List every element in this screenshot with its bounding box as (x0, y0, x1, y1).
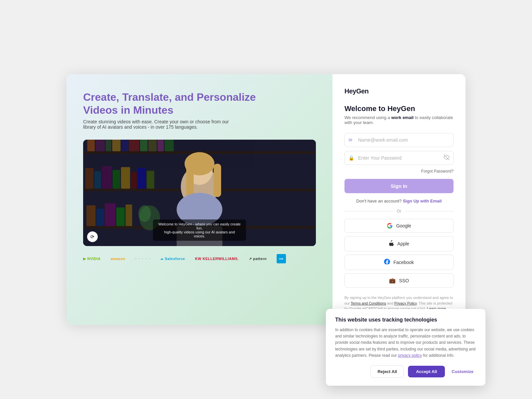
headline: Create, Translate, and Personalize Video… (83, 91, 316, 116)
forgot-password-link[interactable]: Forgot Password? (344, 169, 454, 174)
play-button[interactable]: ⟳ (87, 231, 98, 242)
svg-rect-7 (129, 140, 139, 151)
welcome-title: Welcome to HeyGen (344, 104, 454, 113)
facebook-label: Facebook (393, 260, 414, 265)
svg-rect-17 (121, 167, 130, 189)
email-input[interactable] (344, 133, 454, 147)
privacy-link[interactable]: Privacy Policy (394, 301, 417, 305)
brand-logo: HeyGen (344, 87, 454, 95)
facebook-icon (384, 259, 390, 266)
svg-rect-6 (121, 140, 128, 151)
svg-rect-11 (165, 140, 174, 151)
page-container: Create, Translate, and Personalize Video… (66, 74, 466, 325)
un-logo: UN (277, 254, 286, 263)
svg-rect-18 (131, 172, 137, 189)
svg-rect-13 (85, 168, 93, 189)
sign-in-button[interactable]: Sign In (344, 179, 454, 193)
apple-icon (389, 240, 394, 247)
welcome-subtitle: We recommend using a work email to easil… (344, 115, 454, 125)
cookie-privacy-link[interactable]: privacy policy (398, 353, 422, 358)
sso-icon: 💼 (389, 277, 396, 284)
salesforce-logo: ☁ Salesforce (160, 257, 185, 261)
video-background: Welcome to HeyGen - where you can easily… (83, 140, 316, 246)
signup-row: Don't have an account? Sign Up with Emai… (344, 199, 454, 203)
play-icon: ⟳ (90, 234, 94, 239)
left-panel: Create, Translate, and Personalize Video… (66, 74, 332, 325)
reject-all-button[interactable]: Reject All (370, 365, 404, 378)
cookie-text: In addition to cookies that are essentia… (335, 327, 476, 359)
description: Create stunning videos with ease. Create… (83, 119, 243, 130)
svg-rect-5 (112, 140, 121, 151)
video-player: Welcome to HeyGen - where you can easily… (83, 140, 316, 246)
sso-label: SSO (399, 278, 409, 283)
amazon-logo: amazon (111, 257, 125, 261)
eye-off-icon[interactable] (444, 154, 450, 162)
svg-rect-26 (126, 204, 132, 226)
signup-link[interactable]: Sign Up with Email (403, 199, 442, 203)
svg-rect-9 (148, 140, 157, 151)
svg-rect-24 (105, 203, 116, 226)
svg-rect-19 (138, 168, 146, 189)
customize-button[interactable]: Customize (449, 366, 476, 377)
svg-point-28 (138, 205, 151, 222)
svg-rect-3 (96, 140, 105, 151)
svg-rect-10 (158, 140, 164, 151)
email-field-group: ✉ (344, 133, 454, 147)
svg-rect-15 (102, 166, 112, 189)
cookie-title: This website uses tracking technologies (335, 317, 476, 323)
svg-rect-33 (214, 164, 221, 197)
right-panel: HeyGen Welcome to HeyGen We recommend us… (332, 74, 466, 325)
facebook-signin-button[interactable]: Facebook (344, 255, 454, 270)
svg-rect-32 (186, 164, 194, 197)
cookie-banner: This website uses tracking technologies … (326, 309, 485, 386)
or-divider: Or (344, 209, 454, 213)
sso-signin-button[interactable]: 💼 SSO (344, 273, 454, 288)
email-icon: ✉ (348, 137, 352, 143)
video-subtitle: Welcome to HeyGen - where you can easily… (153, 219, 246, 241)
google-label: Google (396, 223, 411, 228)
google-icon (387, 223, 393, 229)
svg-rect-16 (113, 170, 120, 189)
svg-rect-25 (116, 207, 125, 226)
password-field-group: 🔒 (344, 151, 454, 165)
nvidia-logo: ▶ NVIDIA (83, 257, 101, 261)
partner-logos: ▶ NVIDIA amazon · · · · · ☁ Salesforce K… (83, 254, 316, 263)
lock-icon: 🔒 (348, 155, 354, 161)
svg-rect-22 (86, 205, 96, 226)
accept-all-button[interactable]: Accept All (408, 366, 445, 377)
password-input[interactable] (344, 151, 454, 165)
divider-label: Or (397, 209, 401, 213)
google-signin-button[interactable]: Google (344, 219, 454, 233)
apple-label: Apple (397, 241, 409, 246)
svg-rect-20 (147, 171, 154, 189)
svg-rect-4 (106, 140, 112, 151)
cookie-buttons: Reject All Accept All Customize (335, 365, 476, 378)
dots-logo: · · · · · (135, 257, 151, 261)
pattern-logo: ↗ pattern (249, 257, 267, 261)
divider-line-right (405, 211, 454, 211)
svg-rect-8 (140, 140, 148, 151)
apple-signin-button[interactable]: Apple (344, 236, 454, 251)
divider-line-left (344, 211, 393, 211)
svg-rect-2 (87, 140, 95, 151)
kw-logo: KW KELLERWILLIAMS. (195, 257, 239, 261)
terms-link[interactable]: Terms and Conditions (351, 301, 386, 305)
svg-rect-14 (94, 171, 101, 189)
svg-rect-23 (96, 209, 104, 226)
